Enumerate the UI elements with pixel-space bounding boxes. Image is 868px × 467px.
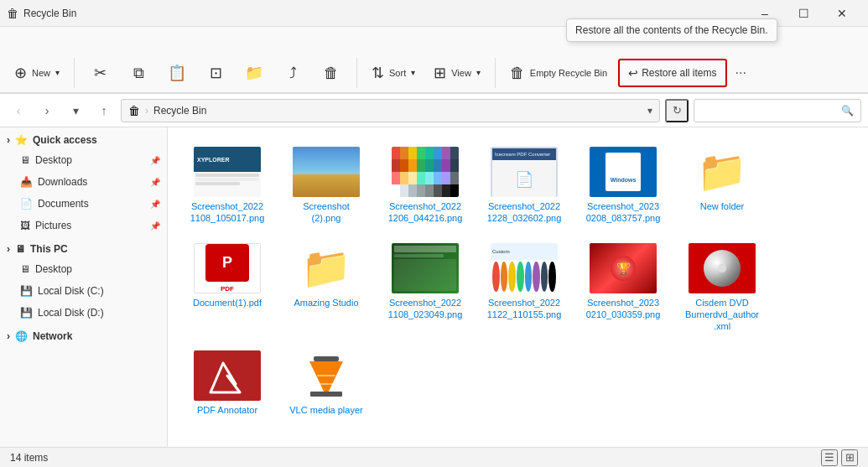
file-item-11[interactable]: Cisdem DVDBurnerdvd_author.xml [676, 237, 768, 339]
view-chevron-icon: ▾ [476, 68, 481, 77]
restore-all-label: Restore all items [642, 67, 716, 79]
move-button[interactable]: ⊡ [197, 56, 234, 90]
sidebar-item-downloads[interactable]: 📥 Downloads 📌 [0, 171, 167, 193]
grid-view-button[interactable]: ⊞ [841, 449, 858, 466]
list-view-button[interactable]: ☰ [821, 449, 838, 466]
edit-buttons-group: ✂ ⧉ 📋 ⊡ 📁 ⤴ 🗑 [81, 56, 350, 90]
more-options-button[interactable]: ··· [730, 62, 751, 84]
file-name-7: Amazing Studio [294, 297, 358, 309]
desktop-pc-icon: 🖥 [20, 263, 30, 275]
share-button[interactable]: ⤴ [274, 56, 311, 90]
up-button[interactable]: ↑ [92, 99, 116, 122]
sidebar: › ⭐ Quick access 🖥 Desktop 📌 📥 Downloads… [0, 127, 168, 447]
file-thumb-13 [293, 350, 360, 401]
documents-pin-icon: 📌 [150, 200, 160, 209]
restore-all-button[interactable]: ↩ Restore all items [618, 59, 726, 87]
ribbon: ⊕ New ▾ ✂ ⧉ 📋 ⊡ 📁 ⤴ 🗑 ⇅ Sort ▾ ⊞ View ▾ [0, 27, 868, 94]
file-name-6: Document(1).pdf [193, 297, 262, 309]
empty-bin-label: Empty Recycle Bin [530, 68, 607, 78]
pictures-icon: 🖼 [20, 220, 30, 231]
separator-2 [356, 58, 357, 88]
file-thumb-11 [689, 243, 756, 293]
file-item-8[interactable]: Screenshot_20221108_023049.png [379, 237, 471, 339]
network-header[interactable]: › 🌐 Network [0, 327, 167, 345]
address-bar: ‹ › ▾ ↑ 🗑 › Recycle Bin ▾ ↻ 🔍 [0, 94, 868, 127]
file-name-0: Screenshot_20221108_105017.png [190, 200, 265, 225]
sidebar-item-desktop-pc[interactable]: 🖥 Desktop [0, 258, 167, 280]
empty-recycle-bin-button[interactable]: 🗑 Empty Recycle Bin [502, 56, 615, 90]
search-box[interactable]: 🔍 [694, 99, 861, 122]
sidebar-downloads-label: Downloads [38, 176, 87, 188]
delete-icon: 🗑 [324, 65, 339, 80]
sidebar-item-documents[interactable]: 📄 Documents 📌 [0, 193, 167, 215]
sidebar-item-pictures[interactable]: 🖼 Pictures 📌 [0, 215, 167, 236]
copy-button[interactable]: ⧉ [120, 56, 157, 90]
maximize-button[interactable]: ☐ [784, 0, 823, 27]
delete-button[interactable]: 🗑 [313, 56, 350, 90]
file-thumb-2 [392, 147, 459, 197]
sort-chevron-icon: ▾ [411, 68, 415, 77]
file-thumb-1 [293, 147, 360, 197]
file-thumb-6: P PDF [194, 243, 261, 293]
file-item-12[interactable]: PDF Annotator [181, 345, 273, 422]
rename-icon: 📁 [245, 65, 263, 80]
back-button[interactable]: ‹ [7, 99, 30, 122]
file-item-3[interactable]: Icecream PDF Converter 📄 Screenshot_2022… [478, 141, 570, 231]
new-button[interactable]: ⊕ New ▾ [7, 56, 67, 90]
file-item-6[interactable]: P PDF Document(1).pdf [181, 237, 273, 339]
cut-icon: ✂ [94, 65, 107, 80]
recent-button[interactable]: ▾ [64, 99, 87, 122]
view-button[interactable]: ⊞ View ▾ [426, 56, 488, 90]
file-item-4[interactable]: Windows Screenshot_20230208_083757.png [577, 141, 669, 231]
separator-1 [74, 58, 75, 88]
sidebar-pictures-label: Pictures [35, 220, 71, 231]
folder-icon: 📁 [697, 148, 747, 195]
sort-button[interactable]: ⇅ Sort ▾ [364, 56, 423, 90]
quick-access-header[interactable]: › ⭐ Quick access [0, 131, 167, 149]
documents-icon: 📄 [20, 198, 33, 210]
rename-button[interactable]: 📁 [236, 56, 273, 90]
cut-button[interactable]: ✂ [81, 56, 118, 90]
this-pc-label: This PC [30, 243, 68, 255]
file-item-1[interactable]: Screenshot(2).png [280, 141, 372, 231]
file-item-9[interactable]: Custom Screenshot_20221122 [478, 237, 570, 339]
forward-button[interactable]: › [35, 99, 59, 122]
empty-bin-icon: 🗑 [510, 65, 525, 80]
sidebar-local-disk-d-label: Local Disk (D:) [38, 307, 104, 319]
view-label: View [451, 68, 471, 78]
main-content: › ⭐ Quick access 🖥 Desktop 📌 📥 Downloads… [0, 127, 868, 447]
sidebar-item-desktop[interactable]: 🖥 Desktop 📌 [0, 149, 167, 171]
file-thumb-10: 🏆 [590, 243, 657, 293]
file-area: XYPLORER Screenshot_20221108_105017.png [168, 127, 868, 447]
file-item-13[interactable]: VLC media player [280, 345, 372, 422]
close-button[interactable]: ✕ [823, 0, 861, 27]
this-pc-header[interactable]: › 🖥 This PC [0, 240, 167, 258]
refresh-button[interactable]: ↻ [665, 99, 689, 122]
file-name-9: Screenshot_20221122_110155.png [487, 297, 562, 321]
file-thumb-7: 📁 [293, 243, 360, 293]
sidebar-documents-label: Documents [38, 198, 89, 210]
share-icon: ⤴ [289, 65, 297, 80]
sidebar-desktop-pc-label: Desktop [35, 263, 72, 275]
address-input[interactable]: 🗑 › Recycle Bin ▾ [121, 99, 660, 122]
file-grid: XYPLORER Screenshot_20221108_105017.png [181, 141, 855, 423]
file-item-7[interactable]: 📁 Amazing Studio [280, 237, 372, 339]
window-title: Recycle Bin [23, 8, 76, 19]
file-name-1: Screenshot(2).png [303, 200, 350, 225]
window-icon: 🗑 [7, 7, 18, 20]
move-icon: ⊡ [210, 65, 222, 80]
file-item-2[interactable]: Screenshot_20221206_044216.png [379, 141, 471, 231]
file-name-8: Screenshot_20221108_023049.png [388, 297, 463, 321]
sidebar-item-local-disk-d[interactable]: 💾 Local Disk (D:) [0, 302, 167, 324]
file-item-10[interactable]: 🏆 Screenshot_20230210_030359.png [577, 237, 669, 339]
sidebar-item-local-disk-c[interactable]: 💾 Local Disk (C:) [0, 280, 167, 302]
file-item-5[interactable]: 📁 New folder [676, 141, 768, 231]
network-icon: 🌐 [15, 330, 28, 342]
file-item-0[interactable]: XYPLORER Screenshot_20221108_105017.png [181, 141, 273, 231]
paste-icon: 📋 [168, 65, 186, 80]
new-chevron-icon: ▾ [55, 68, 60, 77]
separator-3 [495, 58, 496, 88]
paste-button[interactable]: 📋 [159, 56, 195, 90]
status-right: ☰ ⊞ [821, 449, 858, 466]
desktop-folder-icon: 🖥 [20, 154, 30, 166]
